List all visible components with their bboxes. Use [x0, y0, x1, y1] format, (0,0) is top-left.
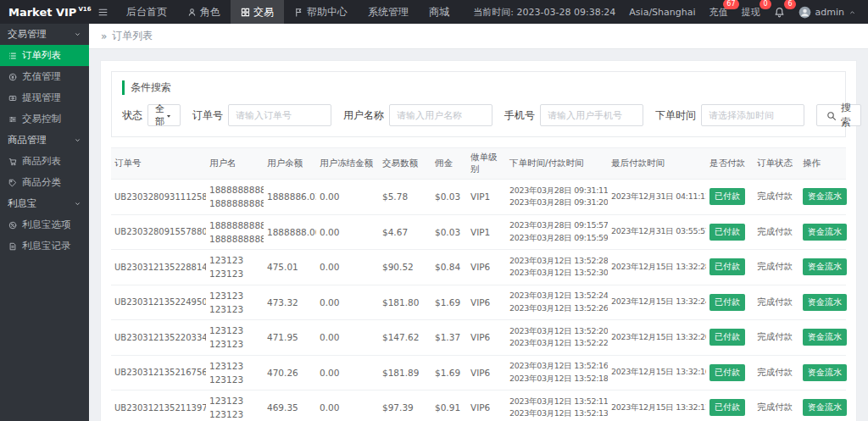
- cell-level: VIP1: [467, 188, 506, 205]
- table-row: UB2303121352288147123123123123475.010.00…: [111, 250, 846, 285]
- cell-line: 2023年03月12日 13:52:22: [509, 337, 604, 350]
- topnav-item-1[interactable]: 角色: [177, 0, 231, 24]
- cell-frozen: 0.00: [316, 364, 379, 381]
- fund-flow-button[interactable]: 资金流水: [803, 364, 847, 381]
- goods-list-icon: [8, 158, 17, 166]
- cell-balance: 475.01: [264, 258, 316, 275]
- cell-order-no: UB2303121352288147: [111, 259, 206, 275]
- fund-flow-button[interactable]: 资金流水: [803, 224, 847, 241]
- topnav-item-5[interactable]: 商城: [419, 0, 459, 24]
- cell-amount: $181.80: [379, 294, 431, 311]
- sidebar-section-2[interactable]: 利息宝: [0, 193, 89, 214]
- recharge-link[interactable]: 充值 67: [709, 6, 728, 19]
- sidebar-item-1-1[interactable]: 商品分类: [0, 172, 89, 193]
- column-header: 下单时间/付款时间: [506, 154, 608, 173]
- cell-user-lines: 123123123123: [206, 285, 264, 320]
- order-no-input[interactable]: [228, 104, 331, 126]
- column-header: 订单号: [111, 154, 206, 173]
- order-time-input[interactable]: [701, 104, 804, 126]
- control-icon: [8, 115, 17, 124]
- timezone-selector[interactable]: Asia/Shanghai: [629, 7, 695, 18]
- topnav-item-3[interactable]: 帮助中心: [284, 0, 358, 24]
- cell-level: VIP6: [467, 258, 506, 275]
- topnav-item-0[interactable]: 后台首页: [116, 0, 177, 24]
- caret-slot: [164, 110, 173, 121]
- fund-flow-button[interactable]: 资金流水: [803, 258, 847, 275]
- fund-flow-button[interactable]: 资金流水: [803, 188, 847, 205]
- sidebar-section-0[interactable]: 交易管理: [0, 24, 89, 45]
- sidebar-item-0-1[interactable]: 充值管理: [0, 66, 89, 87]
- breadcrumb-symbol: »: [101, 30, 107, 42]
- grid-icon: [241, 8, 250, 17]
- cell-paid: 已付款: [706, 325, 754, 349]
- sidebar-section-label: 交易管理: [8, 28, 47, 41]
- cell-status: 完成付款: [754, 328, 799, 346]
- cell-time-lines: 2023年03月12日 13:52:162023年03月12日 13:52:18: [506, 357, 608, 388]
- cell-order-no: UB2303280931112586: [111, 189, 206, 205]
- sidebar-item-0-0[interactable]: 订单列表: [0, 45, 89, 66]
- search-button-label: 搜 索: [841, 101, 851, 130]
- cell-amount: $97.39: [379, 399, 431, 416]
- search-button[interactable]: 搜 索: [816, 104, 861, 126]
- topnav-item-2[interactable]: 交易: [231, 0, 284, 24]
- table-row: UB2303121352167560123123123123470.260.00…: [111, 356, 846, 391]
- cell-user-lines: 1888888888818888888888: [206, 215, 264, 250]
- cell-line: 123123: [209, 253, 260, 267]
- search-panel-title: 条件搜索: [122, 80, 835, 95]
- cell-paid: 已付款: [706, 291, 754, 314]
- sidebar-section-1[interactable]: 商品管理: [0, 130, 89, 151]
- paid-status-button[interactable]: 已付款: [709, 258, 745, 275]
- column-header: 用户余额: [264, 154, 316, 173]
- order-list-panel: 条件搜索 状态 全部 订单号 用户名称 手机号: [100, 60, 857, 421]
- cell-frozen: 0.00: [316, 224, 379, 241]
- status-select[interactable]: 全部: [147, 104, 181, 126]
- column-header: 佣金: [431, 154, 467, 173]
- topnav-item-label: 角色: [200, 5, 220, 19]
- sidebar-item-label: 商品分类: [22, 176, 61, 189]
- order-no-label: 订单号: [192, 108, 223, 123]
- cell-line: 18888888888: [209, 219, 260, 232]
- fund-flow-button[interactable]: 资金流水: [803, 399, 847, 416]
- sidebar-item-1-0[interactable]: 商品列表: [0, 151, 89, 172]
- cell-line: 2023年03月28日 09:15:57: [509, 219, 604, 232]
- phone-input[interactable]: [540, 104, 643, 126]
- withdraw-link[interactable]: 提现 0: [742, 6, 760, 19]
- sidebar-item-0-3[interactable]: 交易控制: [0, 108, 89, 130]
- paid-status-button[interactable]: 已付款: [709, 224, 745, 241]
- cell-commission: $0.91: [431, 399, 467, 416]
- notifications-button[interactable]: 6: [774, 6, 785, 18]
- paid-status-button[interactable]: 已付款: [709, 294, 745, 311]
- topnav-item-4[interactable]: 系统管理: [358, 0, 419, 24]
- sidebar-item-2-0[interactable]: 利息宝选项: [0, 214, 89, 235]
- table-header-row: 订单号用户名用户余额用户冻结金额交易数额佣金做单级别下单时间/付款时间最后付款时…: [111, 147, 846, 180]
- cell-paid: 已付款: [706, 361, 754, 385]
- column-header: 操作: [799, 154, 849, 173]
- sidebar-item-2-1[interactable]: 利息宝记录: [0, 235, 89, 257]
- status-select-value: 全部: [155, 102, 164, 128]
- cell-commission: $0.84: [431, 258, 467, 275]
- paid-status-button[interactable]: 已付款: [709, 399, 745, 416]
- sidebar-item-0-2[interactable]: 提现管理: [0, 87, 89, 108]
- goods-category-icon: [8, 179, 17, 187]
- paid-status-button[interactable]: 已付款: [709, 329, 745, 346]
- paid-status-button[interactable]: 已付款: [709, 364, 745, 381]
- cell-commission: $1.37: [431, 329, 467, 346]
- user-name-input[interactable]: [389, 104, 492, 126]
- paid-status-button[interactable]: 已付款: [709, 188, 745, 205]
- fund-flow-button[interactable]: 资金流水: [803, 294, 847, 311]
- table-row: UB23032809155788091888888888818888888888…: [111, 215, 846, 251]
- brand-logo[interactable]: Market VIP V16: [0, 0, 89, 24]
- cell-status: 完成付款: [754, 363, 799, 382]
- column-header: 订单状态: [754, 154, 799, 173]
- cell-user-lines: 123123123123: [206, 356, 264, 391]
- cell-level: VIP1: [467, 224, 506, 241]
- search-panel: 条件搜索 状态 全部 订单号 用户名称 手机号: [111, 71, 846, 137]
- table-row: UB23032809311125861888888888818888888888…: [111, 180, 846, 215]
- user-menu[interactable]: admin: [798, 6, 856, 19]
- sidebar-item-label: 订单列表: [22, 49, 61, 62]
- cell-order-no: UB2303121352167560: [111, 364, 206, 380]
- fund-flow-button[interactable]: 资金流水: [803, 329, 847, 346]
- cell-line: 123123: [209, 394, 260, 407]
- cell-paid: 已付款: [706, 396, 754, 419]
- menu-toggle-button[interactable]: [89, 0, 116, 24]
